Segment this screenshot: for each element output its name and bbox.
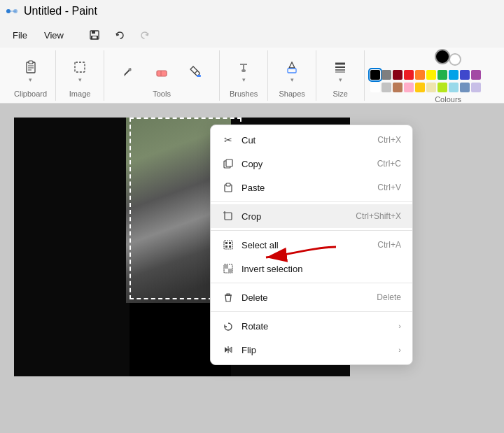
- eraser-button[interactable]: [146, 56, 177, 87]
- svg-rect-40: [228, 269, 232, 273]
- redo-button[interactable]: [135, 25, 155, 45]
- save-button[interactable]: [85, 25, 104, 45]
- brush-button[interactable]: ▾: [228, 56, 259, 87]
- brushes-section: ▾ Brushes: [220, 50, 268, 101]
- clipboard-button[interactable]: ▾: [15, 56, 46, 87]
- tools-section: Tools: [104, 50, 220, 101]
- toolbar: ▾ Clipboard ▾ Image: [0, 48, 504, 104]
- ctx-cut[interactable]: ✂ Cut Ctrl+X: [211, 128, 412, 152]
- colour-swatch[interactable]: [393, 70, 402, 80]
- menu-file[interactable]: File: [6, 27, 34, 43]
- svg-rect-30: [225, 213, 232, 220]
- select-button[interactable]: ▾: [64, 56, 95, 87]
- ctx-flip[interactable]: Flip ›: [211, 338, 412, 362]
- crop-label: Crop: [241, 211, 349, 222]
- crop-shortcut: Ctrl+Shift+X: [356, 211, 401, 221]
- svg-rect-21: [288, 69, 296, 73]
- svg-rect-29: [226, 183, 230, 186]
- colour-swatch[interactable]: [404, 83, 414, 92]
- svg-point-20: [241, 69, 246, 72]
- app-title: Untitled - Paint: [24, 5, 97, 17]
- ctx-divider-2: [211, 230, 412, 231]
- colour-swatch[interactable]: [426, 70, 436, 80]
- colour-swatch[interactable]: [471, 83, 481, 92]
- ctx-rotate[interactable]: Rotate ›: [211, 314, 412, 338]
- paste-label: Paste: [241, 183, 370, 193]
- cut-shortcut: Ctrl+X: [377, 135, 401, 145]
- brushes-label: Brushes: [230, 90, 258, 98]
- colour-swatch[interactable]: [449, 70, 458, 80]
- colour-swatch[interactable]: [370, 83, 380, 92]
- shapes-button[interactable]: ▾: [276, 56, 307, 87]
- clipboard-section: ▾ Clipboard: [6, 50, 56, 101]
- ctx-divider-3: [211, 283, 412, 283]
- colour-swatches-row1: [370, 70, 504, 80]
- svg-rect-39: [224, 264, 228, 269]
- svg-rect-34: [225, 242, 227, 244]
- size-section: ▾ Size: [316, 50, 365, 101]
- colours-panel: Colours: [365, 50, 504, 101]
- svg-rect-8: [29, 61, 33, 64]
- shapes-section: ▾ Shapes: [268, 50, 316, 101]
- fill-button[interactable]: [180, 56, 211, 87]
- colour-swatch[interactable]: [449, 83, 458, 92]
- context-menu: ✂ Cut Ctrl+X Copy Ctrl+C Paste Ctrl+: [210, 125, 413, 365]
- rotate-arrow: ›: [398, 322, 401, 330]
- paste-icon: [222, 181, 234, 194]
- colour-swatch[interactable]: [460, 70, 470, 80]
- rotate-label: Rotate: [241, 321, 391, 332]
- svg-rect-18: [197, 75, 201, 77]
- colour-swatch[interactable]: [393, 83, 402, 92]
- svg-rect-35: [229, 242, 231, 244]
- colour-swatch[interactable]: [370, 70, 380, 80]
- colour-swatch[interactable]: [382, 83, 391, 92]
- crop-icon: [222, 210, 234, 222]
- colour-swatch[interactable]: [426, 83, 436, 92]
- ctx-delete[interactable]: Delete Delete: [211, 285, 412, 309]
- delete-icon: [222, 291, 234, 304]
- flip-label: Flip: [241, 345, 391, 355]
- menu-view[interactable]: View: [37, 27, 71, 43]
- svg-marker-43: [228, 347, 232, 353]
- primary-color[interactable]: [435, 49, 450, 64]
- cut-label: Cut: [241, 135, 370, 145]
- copy-shortcut: Ctrl+C: [377, 159, 401, 169]
- ctx-paste[interactable]: Paste Ctrl+V: [211, 176, 412, 199]
- ctx-copy[interactable]: Copy Ctrl+C: [211, 152, 412, 176]
- ctx-invertselection[interactable]: Invert selection: [211, 257, 412, 281]
- rotate-icon: [222, 320, 234, 332]
- selectall-shortcut: Ctrl+A: [377, 240, 401, 250]
- svg-rect-37: [229, 246, 231, 248]
- colour-swatch[interactable]: [471, 70, 481, 80]
- menu-icons: [85, 25, 155, 45]
- paste-shortcut: Ctrl+V: [377, 183, 401, 192]
- colour-swatch[interactable]: [415, 83, 425, 92]
- svg-rect-27: [226, 159, 232, 166]
- colour-swatches-row2: [370, 83, 504, 92]
- colour-swatch[interactable]: [415, 70, 425, 80]
- svg-rect-33: [224, 241, 232, 249]
- svg-rect-12: [75, 62, 85, 72]
- colour-swatch[interactable]: [382, 70, 391, 80]
- colour-swatch[interactable]: [404, 70, 414, 80]
- paint-icon: [6, 5, 18, 17]
- ctx-divider-4: [211, 311, 412, 312]
- secondary-color[interactable]: [449, 53, 461, 66]
- ctx-selectall[interactable]: Select all Ctrl+A: [211, 233, 412, 257]
- canvas-dark-left: [14, 118, 130, 376]
- pencil-button[interactable]: [113, 56, 144, 87]
- colours-label: Colours: [435, 95, 461, 104]
- delete-shortcut: Delete: [377, 292, 401, 302]
- colour-swatch[interactable]: [438, 83, 447, 92]
- undo-button[interactable]: [110, 25, 130, 45]
- active-colours: [435, 48, 461, 66]
- selectall-label: Select all: [241, 240, 370, 250]
- ctx-crop[interactable]: Crop Ctrl+Shift+X: [211, 204, 412, 228]
- svg-rect-36: [225, 246, 227, 248]
- svg-rect-4: [92, 31, 95, 34]
- svg-rect-6: [92, 36, 97, 38]
- svg-rect-16: [157, 71, 167, 76]
- colour-swatch[interactable]: [460, 83, 470, 92]
- size-button[interactable]: ▾: [325, 56, 356, 87]
- colour-swatch[interactable]: [438, 70, 447, 80]
